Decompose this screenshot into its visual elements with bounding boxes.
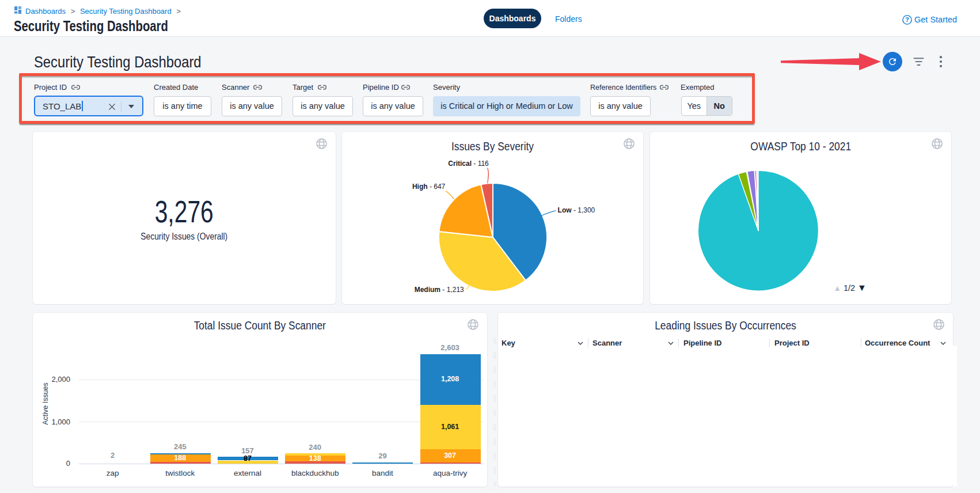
- svg-text:?: ?: [905, 16, 909, 23]
- svg-text:High - 647: High - 647: [412, 182, 446, 190]
- svg-text:Low - 1,300: Low - 1,300: [558, 206, 595, 214]
- svg-text:Medium - 1,213: Medium - 1,213: [415, 285, 464, 293]
- svg-text:Critical - 116: Critical - 116: [448, 159, 489, 167]
